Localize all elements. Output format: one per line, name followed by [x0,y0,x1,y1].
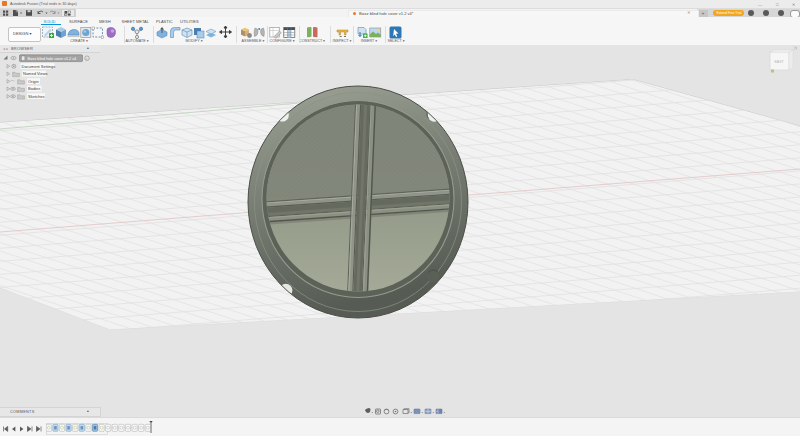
svg-text:EAST: EAST [775,60,785,64]
svg-text:Document Settings: Document Settings [22,64,56,69]
svg-text:Sketches: Sketches [28,94,44,99]
svg-text:Bizzz blind hole cover v1.2 v4: Bizzz blind hole cover v1.2 v4 [28,57,77,61]
svg-text:Bodies: Bodies [28,86,40,91]
svg-text:Origin: Origin [28,79,39,84]
svg-text:Named Views: Named Views [23,71,48,76]
svg-text:i: i [86,56,87,61]
